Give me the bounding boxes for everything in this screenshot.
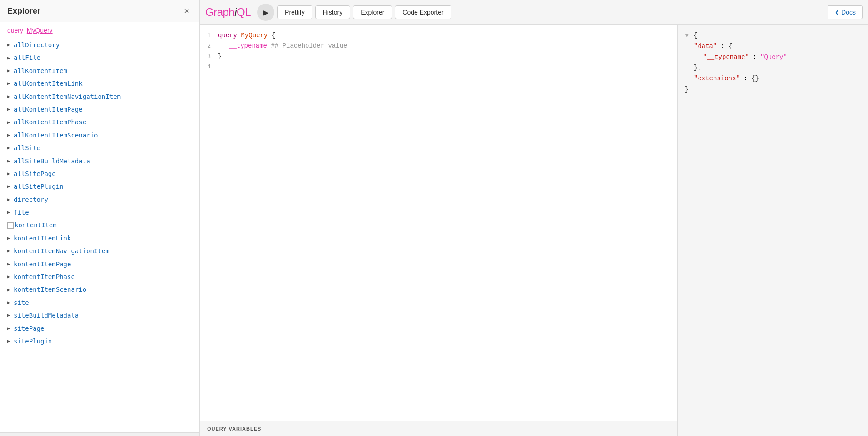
typename-value: "Query" [760,54,787,61]
item-label: sitePage [14,323,44,333]
explorer-item[interactable]: ▶ siteBuildMetadata [5,309,199,322]
arrow-icon: ▶ [7,338,14,345]
toolbar: GraphiQL ▶ Prettify History Explorer Cod… [200,0,868,25]
run-button[interactable]: ▶ [257,4,274,21]
query-name-code: MyQuery [241,32,268,39]
item-label: sitePlugin [14,336,52,346]
item-label: allKontentItemNavigationItem [14,92,121,102]
arrow-icon: ▶ [7,235,14,242]
explorer-item[interactable]: kontentItem [5,219,199,231]
arrow-icon: ▶ [7,260,14,268]
data-open: { [729,43,732,50]
explorer-item[interactable]: ▶ site [5,296,199,309]
explorer-item[interactable]: ▶ allSiteBuildMetadata [5,155,199,167]
item-label: allKontentItem [14,66,67,76]
explorer-item[interactable]: ▶ allDirectory [5,39,199,51]
result-line-extensions: "extensions" : {} [685,73,861,84]
explorer-item[interactable]: ▶ allSitePage [5,167,199,180]
line-number-2: 2 [200,42,218,51]
explorer-item[interactable]: ▶ sitePlugin [5,335,199,348]
query-variables-label: QUERY VARIABLES [207,426,261,431]
item-label: allKontentItemPage [14,104,83,114]
item-label: kontentItemPage [14,259,71,269]
typename-key: "__typename" [703,54,749,61]
explorer-title: Explorer [7,6,40,16]
close-button[interactable]: × [181,5,192,16]
item-label: allSiteBuildMetadata [14,156,90,166]
item-label: kontentItemNavigationItem [14,246,109,256]
result-line-data-close: }, [685,63,861,73]
query-editor[interactable]: 1 query MyQuery { 2 __typename [200,25,677,436]
explorer-panel: Explorer × query MyQuery ▶ allDirectory▶… [0,0,200,436]
arrow-icon: ▶ [7,183,14,190]
explorer-scroll-bottom[interactable] [0,432,199,436]
prettify-button[interactable]: Prettify [277,5,312,19]
explorer-item[interactable]: ▶ sitePage [5,322,199,335]
arrow-icon: ▶ [7,67,14,74]
code-content-3: } [218,51,677,61]
explorer-list[interactable]: ▶ allDirectory▶ allFile▶ allKontentItem▶… [0,37,199,432]
colon: : [753,54,760,61]
typename-field: __typename [229,42,267,49]
explorer-item[interactable]: ▶ allSite [5,142,199,154]
graphiql-main: GraphiQL ▶ Prettify History Explorer Cod… [200,0,868,436]
explorer-button[interactable]: Explorer [353,5,392,19]
item-label: site [14,298,29,308]
arrow-icon: ▶ [7,144,14,152]
comment: ## Placeholder value [271,42,347,49]
arrow-icon: ▶ [7,196,14,203]
item-label: allKontentItemPhase [14,117,86,127]
explorer-item[interactable]: ▶ directory [5,193,199,206]
line-number-1: 1 [200,31,218,41]
code-content-2: __typename ## Placeholder value [218,41,677,51]
collapse-icon[interactable]: ▼ [685,30,689,41]
chevron-left-icon: ❮ [835,9,839,15]
item-label: directory [14,195,48,205]
docs-button[interactable]: ❮ Docs [828,5,863,19]
arrow-icon: ▶ [7,93,14,100]
run-icon: ▶ [263,8,268,17]
item-label: allSitePage [14,169,56,179]
code-exporter-button[interactable]: Code Exporter [395,5,451,19]
graphiql-logo: GraphiQL [205,6,251,19]
explorer-item[interactable]: ▶ kontentItemPage [5,258,199,270]
explorer-item[interactable]: ▶ allKontentItemLink [5,77,199,90]
item-label: siteBuildMetadata [14,310,79,320]
explorer-item[interactable]: ▶ kontentItemLink [5,232,199,245]
arrow-icon: ▶ [7,54,14,62]
code-content-4 [218,61,677,71]
explorer-item[interactable]: ▶ file [5,206,199,219]
item-label: allDirectory [14,40,60,50]
arrow-icon: ▶ [7,132,14,139]
code-area[interactable]: 1 query MyQuery { 2 __typename [200,25,677,421]
checkbox-icon[interactable] [7,222,14,229]
explorer-item[interactable]: ▶ allKontentItemNavigationItem [5,90,199,103]
logo-i: i [234,6,237,18]
history-button[interactable]: History [315,5,351,19]
explorer-item[interactable]: ▶ allSitePlugin [5,180,199,193]
item-label: allSitePlugin [14,181,64,191]
arrow-icon: ▶ [7,299,14,306]
editor-area: 1 query MyQuery { 2 __typename [200,25,868,436]
arrow-icon: ▶ [7,247,14,255]
explorer-item[interactable]: ▶ kontentItemPhase [5,270,199,283]
result-close-brace: } [685,86,689,93]
extensions-key: "extensions" [694,75,740,82]
explorer-item[interactable]: ▶ allKontentItemPage [5,103,199,116]
explorer-item[interactable]: ▶ allFile [5,51,199,64]
explorer-header: Explorer × [0,0,199,22]
arrow-icon: ▶ [7,286,14,294]
explorer-item[interactable]: ▶ kontentItemNavigationItem [5,245,199,257]
data-key: "data" [694,43,717,50]
item-label: kontentItemLink [14,233,71,243]
arrow-icon: ▶ [7,325,14,332]
explorer-item[interactable]: ▶ kontentItemScenario [5,283,199,296]
result-open-brace: { [694,32,697,39]
query-variables-bar[interactable]: QUERY VARIABLES [200,421,677,436]
keyword-query: query [218,32,237,39]
explorer-item[interactable]: ▶ allKontentItemPhase [5,116,199,128]
explorer-item[interactable]: ▶ allKontentItemScenario [5,129,199,142]
arrow-icon: ▶ [7,157,14,165]
explorer-item[interactable]: ▶ allKontentItem [5,64,199,77]
result-line-typename: "__typename" : "Query" [685,52,861,63]
